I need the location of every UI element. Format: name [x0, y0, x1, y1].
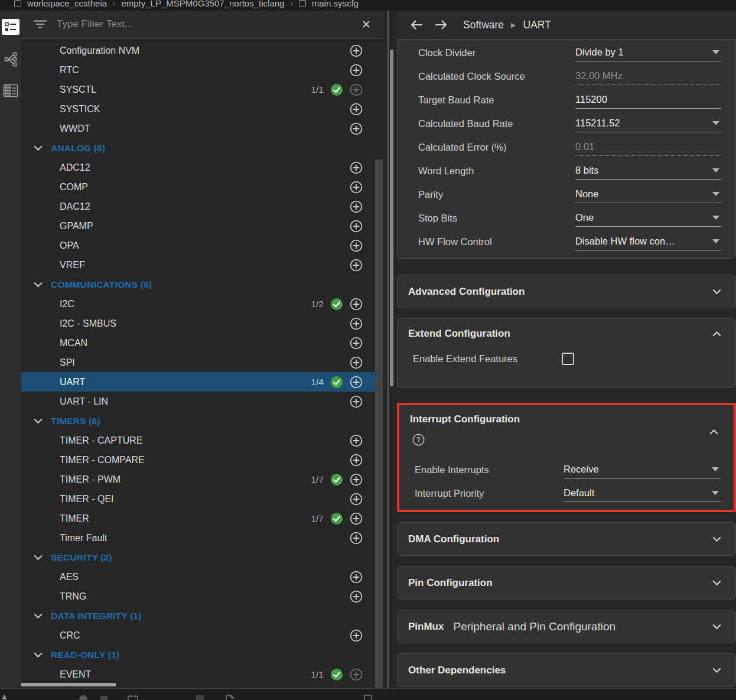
sidebar-item-timer-capture[interactable]: TIMER - CAPTURE [21, 431, 383, 450]
add-instance-button[interactable] [350, 629, 363, 642]
dropdown[interactable]: Default [564, 484, 721, 502]
sidebar-item-adc12[interactable]: ADC12 [21, 158, 383, 177]
sidebar-item-timer-compare[interactable]: TIMER - COMPARE [21, 450, 383, 470]
sidebar-group-data-integrity-1[interactable]: DATA INTEGRITY (1) [21, 606, 383, 626]
config-scrollbar[interactable] [390, 50, 393, 386]
sidebar-item-spi[interactable]: SPI [21, 353, 383, 372]
sidebar-item-opa[interactable]: OPA [21, 236, 383, 255]
sidebar-item-timer[interactable]: TIMER1/7 [21, 509, 383, 528]
outline-tree-icon[interactable] [3, 51, 19, 67]
dropdown[interactable]: None [575, 185, 721, 203]
add-instance-button[interactable] [350, 356, 363, 369]
add-instance-button[interactable] [350, 44, 363, 57]
add-instance-button[interactable] [350, 161, 363, 174]
add-instance-button[interactable] [350, 298, 363, 311]
chevron-down-icon[interactable] [712, 580, 721, 586]
add-instance-button[interactable] [350, 571, 363, 584]
dropdown[interactable]: Disable HW flow con… [575, 233, 721, 250]
sidebar-item-rtc[interactable]: RTC [21, 60, 383, 80]
text-input[interactable]: 115200 [575, 91, 721, 109]
sidebar-horizontal-scrollbar[interactable] [21, 683, 116, 686]
sidebar-item-timer-fault[interactable]: Timer Fault [21, 528, 383, 548]
sidebar-item-dac12[interactable]: DAC12 [21, 197, 383, 216]
section-header-pinmux[interactable]: PinMuxPeripheral and Pin Configuration [398, 610, 735, 643]
add-instance-button[interactable] [350, 434, 363, 447]
section-header-other-dependencies[interactable]: Other Dependencies [398, 654, 735, 686]
section-header-extend-configuration[interactable]: Extend Configuration [398, 319, 735, 340]
breadcrumb-workspace[interactable]: workspace_ccstheia [27, 0, 107, 8]
sidebar-item-gpamp[interactable]: GPAMP [21, 216, 383, 236]
dropdown[interactable]: 8 bits [575, 162, 721, 180]
add-instance-button[interactable] [350, 590, 363, 603]
sidebar-group-read-only-1[interactable]: READ-ONLY (1) [21, 645, 383, 665]
add-instance-button[interactable] [350, 493, 363, 506]
window-icon[interactable] [364, 695, 372, 700]
stop-icon[interactable] [100, 695, 108, 700]
modules-view-icon[interactable] [2, 19, 19, 35]
filter-input[interactable] [57, 18, 350, 30]
sidebar-item-timer-qei[interactable]: TIMER - QEI [21, 489, 383, 509]
sidebar-group-security-2[interactable]: SECURITY (2) [21, 548, 383, 567]
sidebar-group-analog-6[interactable]: ANALOG (6) [21, 138, 383, 158]
add-instance-button[interactable] [350, 512, 363, 525]
sidebar-item-aes[interactable]: AES [21, 567, 383, 587]
add-instance-button[interactable] [350, 220, 363, 233]
dropdown[interactable]: One [575, 209, 721, 227]
add-instance-button[interactable] [350, 454, 363, 467]
sidebar-item-crc[interactable]: CRC [21, 626, 383, 645]
sidebar-item-event[interactable]: EVENT1/1 [21, 665, 383, 684]
sidebar-scrollbar[interactable] [375, 159, 383, 691]
breadcrumb-project[interactable]: empty_LP_MSPM0G3507_nortos_ticlang [121, 0, 284, 8]
add-instance-button[interactable] [350, 376, 363, 389]
section-header-dma-configuration[interactable]: DMA Configuration [398, 523, 735, 555]
breadcrumb-software[interactable]: Software [463, 19, 504, 31]
chevron-down-icon[interactable] [712, 624, 721, 630]
add-instance-button[interactable] [350, 239, 363, 252]
section-header-interrupt-configuration[interactable]: Interrupt Configuration [399, 405, 734, 425]
add-instance-button[interactable] [350, 64, 363, 77]
add-instance-button[interactable] [350, 337, 363, 350]
sidebar-group-communications-6[interactable]: COMMUNICATIONS (6) [21, 275, 383, 294]
sidebar-item-i2c-smbus[interactable]: I2C - SMBUS [21, 314, 383, 333]
chevron-down-icon[interactable] [712, 289, 721, 295]
chevron-up-icon[interactable] [712, 331, 721, 337]
clear-filter-icon[interactable]: ✕ [359, 18, 373, 31]
section-header-advanced-configuration[interactable]: Advanced Configuration [398, 275, 735, 308]
add-instance-button[interactable] [350, 103, 363, 116]
sidebar-item-uart-lin[interactable]: UART - LIN [21, 392, 383, 411]
add-instance-button[interactable] [350, 181, 363, 194]
sidebar-item-vref[interactable]: VREF [21, 255, 383, 275]
add-instance-button[interactable] [350, 473, 363, 486]
record-circle-icon[interactable] [79, 695, 88, 700]
checkbox-unchecked[interactable] [562, 353, 574, 365]
dropdown[interactable]: Receive [564, 461, 721, 478]
file-icon[interactable] [226, 695, 234, 700]
breadcrumb-file[interactable]: main.syscfg [312, 0, 359, 8]
add-instance-button[interactable] [350, 259, 363, 272]
add-instance-button[interactable] [350, 532, 363, 545]
sidebar-item-i2c[interactable]: I2C1/2 [21, 294, 383, 314]
dropdown[interactable]: Divide by 1 [575, 44, 721, 61]
chip-icon[interactable] [196, 695, 204, 700]
sidebar-item-trng[interactable]: TRNG [21, 587, 383, 606]
sidebar-item-mcan[interactable]: MCAN [21, 333, 383, 353]
add-instance-button[interactable] [350, 200, 363, 213]
forward-arrow-icon[interactable] [435, 19, 448, 30]
dropdown[interactable]: 115211.52 [575, 115, 721, 132]
sidebar-item-uart[interactable]: UART1/4 [21, 372, 383, 392]
sidebar-item-comp[interactable]: COMP [21, 177, 383, 197]
sidebar-item-sysctl[interactable]: SYSCTL1/1 [21, 80, 383, 99]
section-header-pin-configuration[interactable]: Pin Configuration [398, 566, 735, 599]
add-instance-button[interactable] [350, 122, 363, 135]
add-instance-button[interactable] [350, 395, 363, 408]
sidebar-item-timer-pwm[interactable]: TIMER - PWM1/7 [21, 470, 383, 489]
sidebar-item-systick[interactable]: SYSTICK [21, 99, 383, 119]
chevron-down-icon[interactable] [712, 536, 721, 542]
sidebar-group-timers-6[interactable]: TIMERS (6) [21, 411, 383, 431]
back-arrow-icon[interactable] [410, 19, 423, 30]
chevron-up-icon[interactable] [709, 429, 718, 435]
add-instance-button[interactable] [350, 317, 363, 330]
sidebar-item-configuration-nvm[interactable]: Configuration NVM [21, 41, 383, 60]
chevron-down-icon[interactable] [712, 668, 721, 673]
sidebar-item-wwdt[interactable]: WWDT [21, 119, 383, 138]
